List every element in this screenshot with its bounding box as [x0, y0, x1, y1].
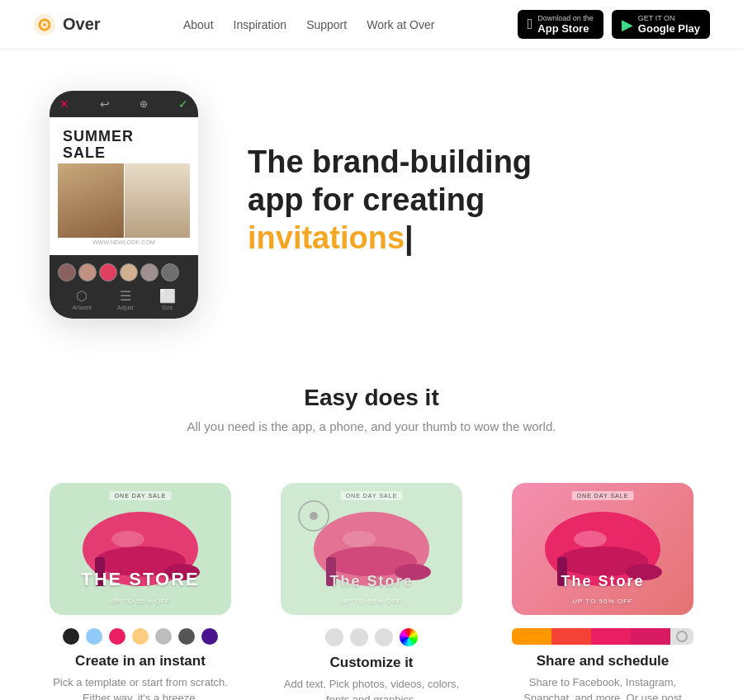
card-sub-text-customize: UP TO 50% OFF	[281, 598, 462, 605]
swatch-wine[interactable]	[201, 628, 218, 645]
phone-canvas: SUMMERSALE WWW.NEWLOOK.COM	[50, 117, 198, 255]
color-seg-magenta[interactable]	[631, 628, 670, 645]
shoe-svg-create	[50, 483, 231, 615]
app-store-badge[interactable]:  Download on the App Store	[518, 10, 603, 39]
collage-right	[125, 163, 191, 238]
app-store-name: App Store	[537, 22, 594, 35]
google-play-badge[interactable]: ▶ GET IT ON Google Play	[612, 10, 710, 39]
phone-bottom-tools: ⬡ Artwork ☰ Adjust ⬜ Size	[50, 255, 198, 319]
photo-circle-1[interactable]	[58, 263, 76, 281]
nav-inspiration[interactable]: Inspiration	[234, 18, 287, 31]
phone-undo-icon[interactable]: ↩	[100, 97, 110, 111]
size-tool[interactable]: ⬜ Size	[159, 288, 176, 310]
nav-work[interactable]: Work at Over	[367, 18, 434, 31]
feature-card-customize: ONE DAY SALE The Store UP TO 50% OFF Cus…	[272, 483, 471, 700]
artwork-tool[interactable]: ⬡ Artwork	[72, 288, 92, 310]
card-desc-customize: Add text. Pick photos, videos, colors, f…	[272, 676, 471, 700]
card-image-create: ONE DAY SALE THE STORE UP TO 50% OFF	[50, 483, 231, 615]
svg-point-12	[343, 531, 376, 547]
hero-headline: The brand-buildingapp for creating invit…	[248, 144, 693, 257]
color-bar	[512, 628, 693, 645]
photo-circle-3[interactable]	[99, 263, 117, 281]
color-seg-pink[interactable]	[591, 628, 631, 645]
collage-left	[58, 163, 124, 238]
phone-top-bar: ✕ ↩ ⊕ ✓	[50, 91, 198, 117]
photo-circle-4[interactable]	[120, 263, 138, 281]
swatch-blue[interactable]	[86, 628, 102, 645]
card-title-customize: Customize it	[329, 655, 413, 671]
adjust-tool[interactable]: ☰ Adjust	[117, 288, 133, 310]
google-play-name: Google Play	[638, 22, 700, 35]
phone-layers-icon[interactable]: ⊕	[140, 98, 148, 110]
logo[interactable]: Over	[33, 13, 101, 36]
ctrl-circle-3[interactable]	[375, 628, 393, 646]
swatch-peach[interactable]	[132, 628, 149, 645]
apple-icon: 	[528, 16, 533, 33]
google-play-pre: GET IT ON	[638, 14, 700, 22]
feature-cards: ONE DAY SALE THE STORE UP TO 50% OFF	[0, 458, 743, 700]
card-controls-create	[63, 628, 218, 645]
ctrl-circle-1[interactable]	[325, 628, 343, 646]
color-seg-red[interactable]	[551, 628, 591, 645]
swatch-red[interactable]	[109, 628, 125, 645]
photo-circle-2[interactable]	[78, 263, 97, 281]
card-desc-create: Pick a template or start from scratch. E…	[41, 674, 239, 700]
swatch-dark[interactable]	[178, 628, 195, 645]
app-store-pre: Download on the	[537, 14, 594, 22]
photo-circle-5[interactable]	[140, 263, 159, 281]
card-title-create: Create in an instant	[75, 653, 206, 669]
color-seg-orange[interactable]	[512, 628, 551, 645]
google-play-icon: ▶	[622, 16, 633, 34]
card-controls-customize	[325, 628, 418, 646]
card-title-share: Share and schedule	[537, 653, 670, 669]
svg-point-19	[574, 531, 607, 547]
phone-check-icon[interactable]: ✓	[178, 97, 188, 111]
phone-close-icon[interactable]: ✕	[59, 97, 69, 111]
card-image-customize: ONE DAY SALE The Store UP TO 50% OFF	[281, 483, 462, 615]
navbar: Over About Inspiration Support Work at O…	[0, 0, 743, 50]
card-main-text-share: The Store	[512, 573, 693, 590]
over-logo-icon	[33, 13, 56, 36]
color-bar-circle[interactable]	[670, 628, 693, 645]
feature-card-share: ONE DAY SALE The Store UP TO 50% OFF Sha…	[504, 483, 702, 700]
photo-collage	[58, 163, 190, 238]
easy-subtitle: All you need is the app, a phone, and yo…	[33, 419, 710, 433]
svg-point-2	[43, 23, 46, 26]
summer-sale-text: SUMMERSALE	[58, 125, 190, 163]
hero-highlight: invitations	[248, 220, 405, 255]
card-desc-share: Share to Facebook, Instagram, Snapchat, …	[504, 674, 702, 700]
photo-circle-6[interactable]	[161, 263, 179, 281]
easy-title: Easy does it	[33, 385, 710, 411]
swatch-gray[interactable]	[155, 628, 172, 645]
nav-about[interactable]: About	[183, 18, 214, 31]
card-image-share: ONE DAY SALE The Store UP TO 50% OFF	[512, 483, 693, 615]
phone-url: WWW.NEWLOOK.COM	[58, 238, 190, 247]
ctrl-color-wheel[interactable]	[400, 628, 418, 646]
nav-links: About Inspiration Support Work at Over	[183, 18, 434, 31]
nav-ctas:  Download on the App Store ▶ GET IT ON …	[518, 10, 710, 39]
card-sub-text-share: UP TO 50% OFF	[512, 598, 693, 605]
shoe-svg-customize	[281, 483, 462, 615]
swatch-black[interactable]	[63, 628, 79, 645]
nav-support[interactable]: Support	[306, 18, 347, 31]
card-sub-text-create: UP TO 50% OFF	[50, 598, 231, 605]
logo-text: Over	[63, 15, 101, 34]
card-main-text-create: THE STORE	[50, 569, 231, 590]
ctrl-circle-2[interactable]	[350, 628, 368, 646]
svg-point-14	[310, 512, 318, 520]
card-main-text-customize: The Store	[281, 573, 462, 590]
svg-point-7	[111, 531, 144, 547]
photo-circles	[53, 260, 195, 285]
hero-text: The brand-buildingapp for creating invit…	[248, 144, 693, 257]
phone-mockup: ✕ ↩ ⊕ ✓ SUMMERSALE WWW.NEWLOOK.COM	[50, 91, 198, 319]
shoe-svg-share	[512, 483, 693, 615]
hero-cursor: |	[405, 220, 414, 255]
hero-section: ✕ ↩ ⊕ ✓ SUMMERSALE WWW.NEWLOOK.COM	[0, 50, 743, 335]
easy-section: Easy does it All you need is the app, a …	[0, 335, 743, 458]
tool-icons: ⬡ Artwork ☰ Adjust ⬜ Size	[53, 285, 195, 314]
feature-card-create: ONE DAY SALE THE STORE UP TO 50% OFF	[41, 483, 239, 700]
